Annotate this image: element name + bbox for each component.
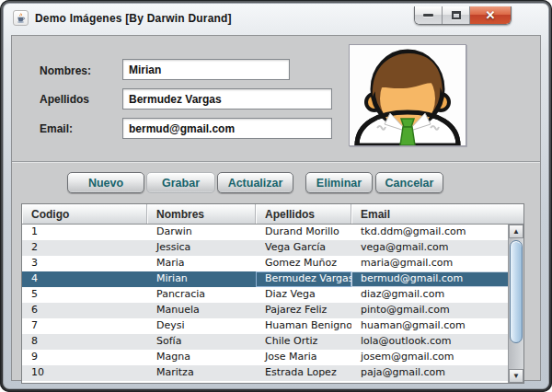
table-cell[interactable]: Vega García — [256, 240, 351, 256]
table-cell[interactable]: Durand Morillo — [256, 225, 351, 240]
email-input[interactable] — [122, 118, 332, 139]
table-row[interactable]: 9MagnaJose Mariajosem@gmail.com — [22, 350, 508, 365]
eliminar-button[interactable]: Eliminar — [305, 172, 373, 193]
window-frame: Demo Imágenes [By Darwin Durand] ✕ Nombr… — [3, 3, 549, 389]
table-cell[interactable]: 8 — [22, 334, 147, 350]
nombres-label: Nombres: — [40, 64, 91, 77]
records-table: Codigo Nombres Apellidos Email 1DarwinDu… — [21, 203, 524, 384]
column-header-nombres[interactable]: Nombres — [147, 204, 256, 224]
nombres-input[interactable] — [122, 59, 290, 80]
table-header: Codigo Nombres Apellidos Email — [22, 204, 523, 225]
scroll-down-button[interactable]: ▼ — [509, 369, 523, 383]
table-cell[interactable]: Jose Maria — [256, 350, 351, 365]
column-header-codigo[interactable]: Codigo — [22, 204, 147, 224]
actualizar-button[interactable]: Actualizar — [217, 172, 293, 193]
table-cell[interactable]: Mirian — [147, 271, 256, 287]
window-controls: ✕ — [414, 6, 512, 25]
app-window: Demo Imágenes [By Darwin Durand] ✕ Nombr… — [0, 0, 552, 392]
table-row[interactable]: 1DarwinDurand Morillotkd.ddm@gmail.com — [22, 225, 508, 240]
table-cell[interactable]: 3 — [22, 256, 147, 271]
grabar-button[interactable]: Grabar — [146, 172, 215, 193]
column-header-email[interactable]: Email — [351, 204, 523, 224]
table-row[interactable]: 5PancraciaDiaz Vegadiaz@gmail.com — [22, 287, 508, 303]
close-button[interactable]: ✕ — [470, 6, 511, 24]
apellidos-input[interactable] — [122, 88, 332, 110]
titlebar[interactable]: Demo Imágenes [By Darwin Durand] ✕ — [4, 4, 548, 32]
table-row[interactable]: 8SofíaChile Ortizlola@outlook.com — [22, 334, 508, 350]
table-cell[interactable]: Manuela — [147, 303, 256, 318]
table-cell[interactable]: josem@gmail.com — [351, 350, 508, 365]
table-body: 1DarwinDurand Morillotkd.ddm@gmail.com2J… — [22, 225, 508, 383]
table-cell[interactable]: Estrada Lopez — [256, 365, 351, 381]
table-cell[interactable]: 9 — [22, 350, 147, 365]
table-cell[interactable]: Chile Ortiz — [256, 334, 351, 350]
table-cell[interactable]: Huaman Benigno — [256, 318, 351, 334]
table-cell[interactable]: 6 — [22, 303, 147, 318]
java-app-icon — [13, 10, 29, 26]
table-cell[interactable]: Pajarez Feliz — [256, 303, 351, 318]
maximize-button[interactable] — [443, 6, 470, 24]
table-cell[interactable]: Magna — [147, 350, 256, 365]
content-panel: Nombres: Apellidos Email: — [11, 35, 541, 381]
table-cell[interactable]: huaman@gmail.com — [351, 318, 508, 334]
table-cell[interactable]: vega@gmail.com — [351, 240, 508, 256]
table-cell[interactable]: 5 — [22, 287, 147, 303]
table-cell[interactable]: Darwin — [147, 225, 256, 240]
minimize-icon — [423, 14, 433, 17]
table-cell[interactable]: pinto@gmail.com — [351, 303, 508, 318]
table-cell[interactable]: tkd.ddm@gmail.com — [351, 225, 508, 240]
apellidos-label: Apellidos — [40, 93, 89, 106]
table-cell[interactable]: paja@gmail.com — [351, 365, 508, 381]
avatar-image — [349, 44, 466, 146]
scrollbar-thumb[interactable] — [510, 240, 523, 343]
table-cell[interactable]: 4 — [22, 271, 147, 287]
minimize-button[interactable] — [415, 6, 443, 24]
table-cell[interactable]: Bermudez Vargas — [256, 271, 351, 287]
table-row[interactable]: 6ManuelaPajarez Felizpinto@gmail.com — [22, 303, 508, 318]
section-divider — [12, 161, 540, 163]
scroll-up-button[interactable]: ▲ — [509, 225, 523, 238]
email-label: Email: — [40, 122, 73, 135]
table-cell[interactable]: Maritza — [147, 365, 256, 381]
table-cell[interactable]: Maria — [147, 256, 256, 271]
table-row[interactable]: 7DeysiHuaman Benignohuaman@gmail.com — [22, 318, 508, 334]
vertical-scrollbar[interactable]: ▲ ▼ — [508, 225, 523, 383]
table-row[interactable]: 4MirianBermudez Vargasbermud@gmail.com — [22, 271, 508, 287]
table-cell[interactable]: Diaz Vega — [256, 287, 351, 303]
table-cell[interactable]: 10 — [22, 365, 147, 381]
table-cell[interactable]: 1 — [22, 225, 147, 240]
table-cell[interactable]: Jessica — [147, 240, 256, 256]
table-cell[interactable]: Deysi — [147, 318, 256, 334]
table-cell[interactable]: bermud@gmail.com — [351, 271, 508, 287]
table-cell[interactable]: diaz@gmail.com — [351, 287, 508, 303]
table-row[interactable]: 3MariaGomez Muñozmaria@gmail.com — [22, 256, 508, 271]
table-cell[interactable]: maria@gmail.com — [351, 256, 508, 271]
maximize-icon — [452, 11, 461, 19]
table-row[interactable]: 10MaritzaEstrada Lopezpaja@gmail.com — [22, 365, 508, 381]
table-row[interactable]: 2JessicaVega Garcíavega@gmail.com — [22, 240, 508, 256]
table-cell[interactable]: 2 — [22, 240, 147, 256]
nuevo-button[interactable]: Nuevo — [67, 172, 144, 193]
column-header-apellidos[interactable]: Apellidos — [256, 204, 351, 224]
table-cell[interactable]: Pancracia — [147, 287, 256, 303]
table-cell[interactable]: Sofía — [147, 334, 256, 350]
window-title: Demo Imágenes [By Darwin Durand] — [35, 12, 232, 25]
cancelar-button[interactable]: Cancelar — [375, 172, 443, 193]
table-cell[interactable]: Gomez Muñoz — [256, 256, 351, 271]
table-cell[interactable]: 7 — [22, 318, 147, 334]
close-icon: ✕ — [486, 9, 496, 21]
table-cell[interactable]: lola@outlook.com — [351, 334, 508, 350]
